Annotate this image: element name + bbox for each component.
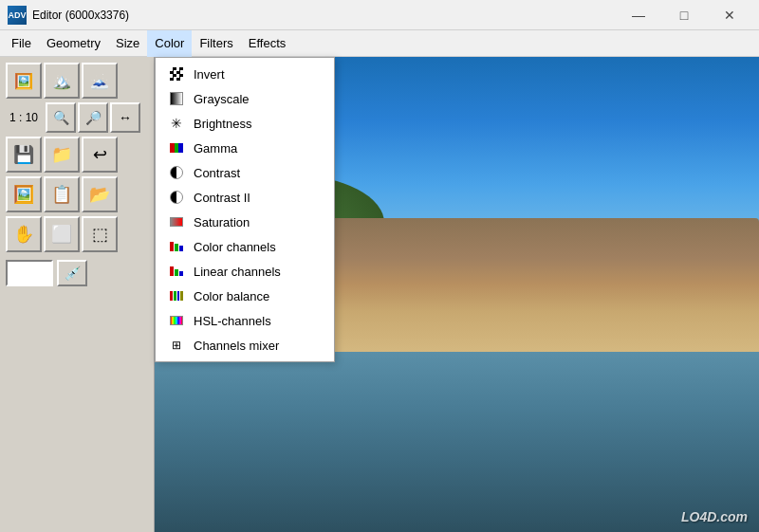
toolbar-row-4: 🖼️ 📋 📂 [6, 176, 148, 212]
zoom-ratio: 1 : 10 [6, 109, 44, 126]
saturation-icon [167, 214, 186, 229]
window-title: Editor (6000x3376) [32, 9, 617, 22]
watermark: LO4D.com [681, 509, 748, 524]
tool-crop[interactable]: 🏔️ [44, 63, 80, 99]
channels-mixer-icon: ⊞ [167, 338, 186, 353]
tool-paste[interactable]: 📋 [44, 176, 80, 212]
contrast-icon [167, 165, 186, 180]
window-controls: — □ ✕ [617, 0, 751, 30]
color-swatch[interactable] [6, 260, 53, 286]
menu-size[interactable]: Size [108, 30, 147, 57]
eyedropper-btn[interactable]: 💉 [57, 260, 87, 286]
hsl-channels-icon [167, 313, 186, 328]
zoom-row: 1 : 10 🔍 🔎 ↔ [6, 102, 148, 133]
tool-select-region[interactable]: ⬚ [82, 216, 118, 252]
toolbar-row-5: ✋ ⬜ ⬚ [6, 216, 148, 252]
toolbar-row-1: 🖼️ 🏔️ 🗻 [6, 63, 148, 99]
invert-icon [167, 66, 186, 82]
tool-hand[interactable]: ✋ [6, 216, 42, 252]
menu-item-linear-channels[interactable]: Linear channels [156, 259, 334, 284]
tool-undo[interactable]: ↩ [82, 137, 118, 173]
minimize-button[interactable]: — [617, 0, 660, 30]
tool-copy[interactable]: 🖼️ [6, 176, 42, 212]
tool-rotate[interactable]: 🗻 [82, 63, 118, 99]
tool-folder[interactable]: 📂 [82, 176, 118, 212]
maximize-button[interactable]: □ [662, 0, 706, 30]
menu-file[interactable]: File [4, 30, 39, 57]
grayscale-icon [167, 91, 186, 106]
toolbar: 🖼️ 🏔️ 🗻 1 : 10 🔍 🔎 ↔ 💾 📁 [0, 57, 155, 532]
zoom-in-btn[interactable]: 🔍 [46, 102, 76, 133]
tool-select-rect[interactable]: ⬜ [44, 216, 80, 252]
app-icon: ADV [8, 6, 27, 25]
menu-color[interactable]: Color [147, 30, 192, 57]
tool-select[interactable]: 🖼️ [6, 63, 42, 99]
tool-open[interactable]: 💾 [6, 137, 42, 173]
menu-item-contrast-ii[interactable]: Contrast II [156, 185, 334, 210]
titlebar: ADV Editor (6000x3376) — □ ✕ [0, 0, 759, 30]
menu-item-grayscale[interactable]: Grayscale [156, 86, 334, 111]
color-row: 💉 [6, 260, 148, 286]
color-channels-icon [167, 239, 186, 254]
gamma-icon [167, 140, 186, 156]
menu-filters[interactable]: Filters [192, 30, 240, 57]
menu-item-color-balance[interactable]: Color balance [156, 284, 334, 308]
linear-channels-icon [167, 264, 186, 279]
menu-item-hsl-channels[interactable]: HSL-channels [156, 308, 334, 333]
color-balance-icon [167, 288, 186, 303]
tool-save[interactable]: 📁 [44, 137, 80, 173]
color-dropdown: Invert Grayscale ✳ Brightness [155, 57, 335, 362]
menu-item-invert[interactable]: Invert [156, 62, 334, 86]
zoom-fit-btn[interactable]: ↔ [110, 102, 140, 133]
menubar: File Geometry Size Color Filters Effects… [0, 30, 759, 57]
menu-item-channels-mixer[interactable]: ⊞ Channels mixer [156, 333, 334, 358]
contrast-ii-icon [167, 190, 186, 205]
menu-item-gamma[interactable]: Gamma [156, 136, 334, 160]
menu-item-contrast[interactable]: Contrast [156, 160, 334, 185]
menu-item-brightness[interactable]: ✳ Brightness [156, 111, 334, 136]
toolbar-row-3: 💾 📁 ↩ [6, 137, 148, 173]
menu-item-color-channels[interactable]: Color channels [156, 234, 334, 259]
brightness-icon: ✳ [167, 116, 186, 131]
zoom-out-btn[interactable]: 🔎 [78, 102, 108, 133]
close-button[interactable]: ✕ [708, 0, 751, 30]
main-area: 🖼️ 🏔️ 🗻 1 : 10 🔍 🔎 ↔ 💾 📁 [0, 57, 759, 532]
menu-effects[interactable]: Effects [241, 30, 294, 57]
menu-geometry[interactable]: Geometry [39, 30, 108, 57]
water-layer [155, 352, 759, 532]
menu-item-saturation[interactable]: Saturation [156, 210, 334, 234]
